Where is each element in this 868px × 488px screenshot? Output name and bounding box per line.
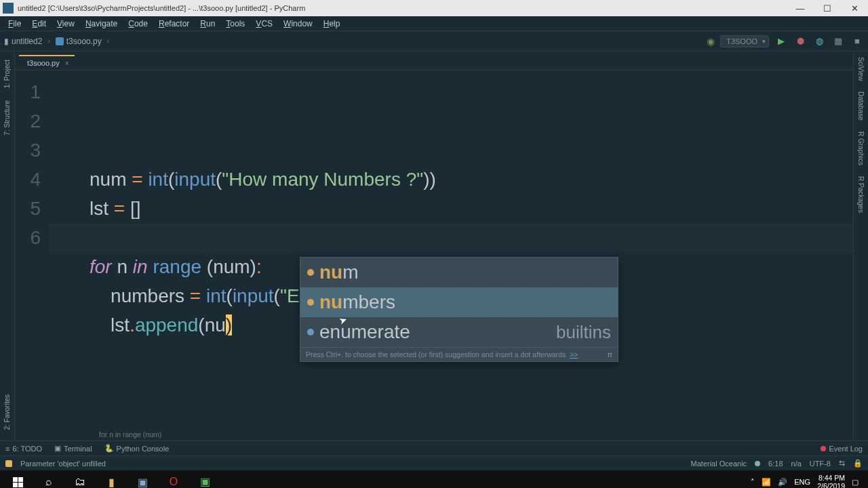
breadcrumb-project: untitled2 bbox=[12, 37, 42, 46]
active-line-highlight bbox=[49, 223, 853, 252]
editor-tab[interactable]: t3sooo.py × bbox=[19, 55, 75, 70]
autocomplete-item[interactable]: enumeratebuiltins bbox=[300, 317, 618, 347]
line-gutter: 123456 bbox=[15, 70, 49, 428]
menu-help[interactable]: Help bbox=[318, 18, 346, 30]
sublime-button[interactable]: ▮ bbox=[96, 470, 126, 488]
editor-area: t3sooo.py × 123456 num = int(input("How … bbox=[15, 52, 853, 441]
navigation-bar: ▮ untitled2 › t3sooo.py › ◉ T3SOOO ▶ ⬢ ◍… bbox=[0, 31, 868, 52]
python-file-icon bbox=[56, 37, 64, 45]
chevron-icon: › bbox=[47, 37, 50, 45]
chevron-icon: › bbox=[107, 37, 109, 45]
menu-window[interactable]: Window bbox=[278, 18, 318, 30]
code-editor[interactable]: 123456 num = int(input("How many Numbers… bbox=[15, 70, 853, 428]
debug-button[interactable]: ⬢ bbox=[793, 35, 807, 48]
language-indicator[interactable]: ENG bbox=[794, 478, 810, 486]
window-controls: — ☐ ✕ bbox=[787, 0, 868, 16]
app-button[interactable]: ▣ bbox=[127, 470, 157, 488]
windows-taskbar: ⌕ 🗂 ▮ ▣ O ▣ ˄ 📶 🔊 ENG 8:44 PM 2/6/2019 ▢ bbox=[0, 470, 868, 488]
favorites-tab[interactable]: 2: Favorites bbox=[3, 390, 11, 434]
menu-edit[interactable]: Edit bbox=[26, 18, 52, 30]
clock[interactable]: 8:44 PM 2/6/2019 bbox=[817, 474, 845, 488]
editor-tabbar: t3sooo.py × bbox=[15, 52, 853, 70]
right-toolwindow-bar: SciView Database R Graphics R Packages bbox=[853, 52, 868, 441]
encoding[interactable]: UTF-8 bbox=[810, 460, 831, 468]
search-button[interactable]: ▦ bbox=[831, 35, 845, 48]
code-content[interactable]: num = int(input("How many Numbers ?"))ls… bbox=[49, 70, 853, 428]
breadcrumb[interactable]: ▮ untitled2 › t3sooo.py › bbox=[4, 37, 112, 46]
run-config-selector[interactable]: T3SOOO bbox=[720, 35, 769, 47]
sciview-tab[interactable]: SciView bbox=[857, 52, 865, 86]
menu-view[interactable]: View bbox=[52, 18, 80, 30]
opera-button[interactable]: O bbox=[159, 470, 189, 488]
python-env-icon[interactable]: ◉ bbox=[707, 36, 715, 47]
rgraphics-tab[interactable]: R Graphics bbox=[857, 126, 865, 171]
explorer-button[interactable]: 🗂 bbox=[65, 470, 95, 488]
database-tab[interactable]: Database bbox=[857, 86, 865, 126]
menu-code[interactable]: Code bbox=[123, 18, 153, 30]
window-titlebar: untitled2 [C:\Users\t3so\PycharmProjects… bbox=[0, 0, 868, 16]
close-button[interactable]: ✕ bbox=[841, 0, 868, 16]
autocomplete-item[interactable]: num bbox=[300, 258, 618, 287]
close-tab-icon[interactable]: × bbox=[65, 60, 69, 67]
minimize-button[interactable]: — bbox=[787, 0, 814, 16]
menu-tools[interactable]: Tools bbox=[220, 18, 250, 30]
autocomplete-popup[interactable]: numnumbersenumeratebuiltinsPress Ctrl+. … bbox=[300, 257, 618, 362]
python-console-tab[interactable]: 🐍 Python Console bbox=[104, 444, 170, 453]
context-breadcrumb[interactable]: for n in range (num) bbox=[15, 428, 853, 441]
breadcrumb-file: t3sooo.py bbox=[66, 37, 102, 46]
maximize-button[interactable]: ☐ bbox=[814, 0, 841, 16]
sound-icon[interactable]: 🔊 bbox=[778, 478, 787, 487]
pycharm-button[interactable]: ▣ bbox=[190, 470, 220, 488]
menu-navigate[interactable]: Navigate bbox=[80, 18, 123, 30]
terminal-tab[interactable]: ▣ Terminal bbox=[54, 444, 92, 453]
menubar: FileEditViewNavigateCodeRefactorRunTools… bbox=[0, 16, 868, 31]
system-tray[interactable]: ˄ 📶 🔊 ENG 8:44 PM 2/6/2019 ▢ bbox=[751, 474, 865, 488]
todo-tab[interactable]: ≡ 6: TODO bbox=[5, 445, 42, 453]
cursor-position[interactable]: 6:18 bbox=[768, 460, 783, 468]
run-config-name: T3SOOO bbox=[726, 37, 757, 45]
autocomplete-hint: Press Ctrl+. to choose the selected (or … bbox=[300, 347, 618, 361]
rpackages-tab[interactable]: R Packages bbox=[857, 171, 865, 218]
bottom-toolwindow-bar: ≡ 6: TODO ▣ Terminal 🐍 Python Console Ev… bbox=[0, 441, 868, 455]
folder-icon: ▮ bbox=[4, 37, 9, 46]
theme-dot-icon bbox=[755, 461, 760, 466]
inspection-icon[interactable] bbox=[5, 460, 12, 467]
autocomplete-item[interactable]: numbers bbox=[300, 287, 618, 317]
run-toolbar: ◉ T3SOOO ▶ ⬢ ◍ ▦ ■ bbox=[707, 35, 864, 48]
code-line[interactable]: num = int(input("How many Numbers ?")) bbox=[90, 165, 853, 194]
stop-button[interactable]: ■ bbox=[850, 35, 864, 48]
code-line[interactable]: lst = [] bbox=[90, 194, 853, 223]
menu-refactor[interactable]: Refactor bbox=[153, 18, 195, 30]
lock-icon[interactable]: 🔒 bbox=[853, 459, 863, 468]
left-toolwindow-bar: 1: Project 7: Structure 2: Favorites bbox=[0, 52, 15, 441]
wifi-icon[interactable]: 📶 bbox=[762, 478, 771, 487]
menu-vcs[interactable]: VCS bbox=[250, 18, 278, 30]
run-button[interactable]: ▶ bbox=[774, 35, 788, 48]
app-icon bbox=[3, 3, 14, 14]
event-log-tab[interactable]: Event Log bbox=[821, 445, 863, 453]
tab-label: t3sooo.py bbox=[27, 59, 60, 67]
notifications-icon[interactable]: ▢ bbox=[852, 478, 859, 487]
structure-tab[interactable]: 7: Structure bbox=[3, 96, 11, 140]
start-button[interactable] bbox=[3, 470, 33, 488]
status-bar: Parameter 'object' unfilled Material Oce… bbox=[0, 455, 868, 470]
line-sep[interactable]: n/a bbox=[791, 460, 802, 468]
search-button[interactable]: ⌕ bbox=[34, 470, 64, 488]
theme-name[interactable]: Material Oceanic bbox=[691, 460, 747, 468]
workspace: 1: Project 7: Structure 2: Favorites t3s… bbox=[0, 52, 868, 441]
project-tab[interactable]: 1: Project bbox=[3, 56, 11, 92]
status-hint: Parameter 'object' unfilled bbox=[20, 460, 106, 468]
menu-run[interactable]: Run bbox=[195, 18, 220, 30]
menu-file[interactable]: File bbox=[3, 18, 26, 30]
window-title: untitled2 [C:\Users\t3so\PycharmProjects… bbox=[16, 4, 787, 12]
tray-up-icon[interactable]: ˄ bbox=[751, 478, 755, 487]
coverage-button[interactable]: ◍ bbox=[812, 35, 826, 48]
